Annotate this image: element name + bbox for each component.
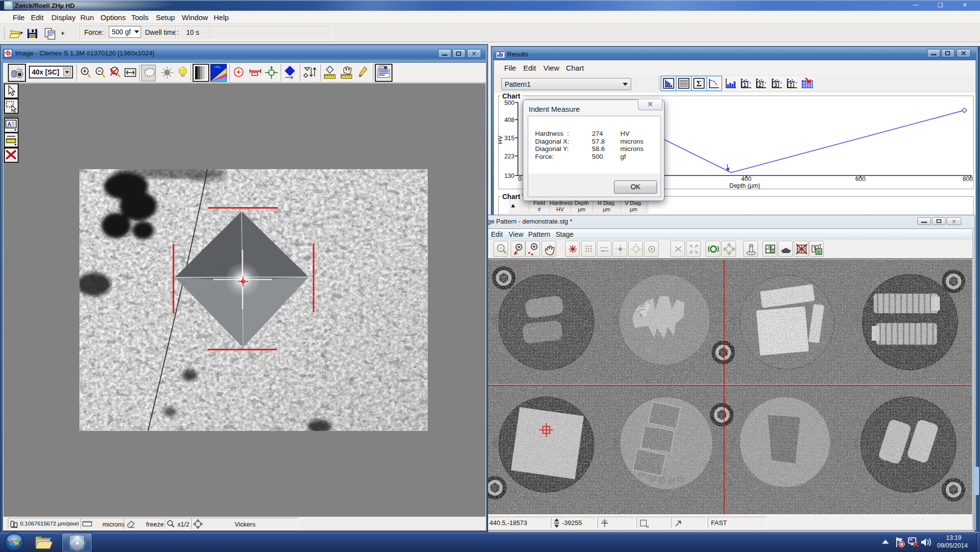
svg-text:600: 600 — [856, 176, 866, 182]
svg-text:223: 223 — [504, 153, 514, 160]
svg-text:500: 500 — [504, 100, 514, 106]
svg-text:800: 800 — [963, 176, 973, 182]
svg-text:Depth (µm): Depth (µm) — [730, 182, 760, 189]
svg-text:1: 1 — [743, 82, 746, 88]
svg-text:3: 3 — [774, 82, 777, 88]
svg-text:HV: HV — [498, 135, 504, 144]
svg-text:A: A — [7, 121, 11, 127]
svg-text:T: T — [789, 82, 793, 88]
svg-text:408: 408 — [504, 117, 514, 124]
svg-text:S: S — [817, 250, 820, 254]
svg-text:315: 315 — [504, 135, 514, 142]
svg-text:Σ: Σ — [696, 79, 702, 88]
svg-text:130: 130 — [504, 173, 514, 179]
svg-text:400: 400 — [741, 176, 752, 182]
svg-text:0: 0 — [518, 176, 522, 182]
svg-text:2: 2 — [759, 82, 761, 88]
